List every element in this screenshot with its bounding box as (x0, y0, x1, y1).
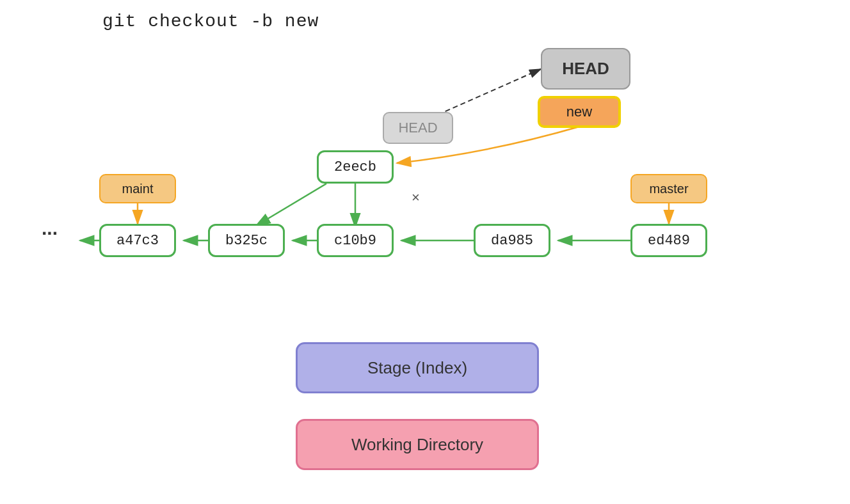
branch-maint: maint (99, 174, 176, 203)
stage-index-box: Stage (Index) (296, 342, 539, 393)
working-directory-box: Working Directory (296, 419, 539, 470)
command-text: git checkout -b new (102, 12, 319, 31)
commit-ed489: ed489 (630, 224, 707, 257)
branch-master: master (630, 174, 707, 203)
dots-indicator: ··· (42, 223, 58, 244)
cross-symbol: × (412, 189, 420, 206)
head-label-new: HEAD (541, 48, 630, 90)
commit-da985: da985 (474, 224, 550, 257)
head-label-old: HEAD (383, 112, 453, 144)
commit-2eecb: 2eecb (317, 150, 394, 184)
commit-b325c: b325c (208, 224, 285, 257)
head-label-old-text: HEAD (398, 120, 437, 136)
commit-a47c3: a47c3 (99, 224, 176, 257)
branch-new: new (538, 96, 621, 128)
svg-line-9 (256, 184, 326, 226)
commit-c10b9: c10b9 (317, 224, 394, 257)
